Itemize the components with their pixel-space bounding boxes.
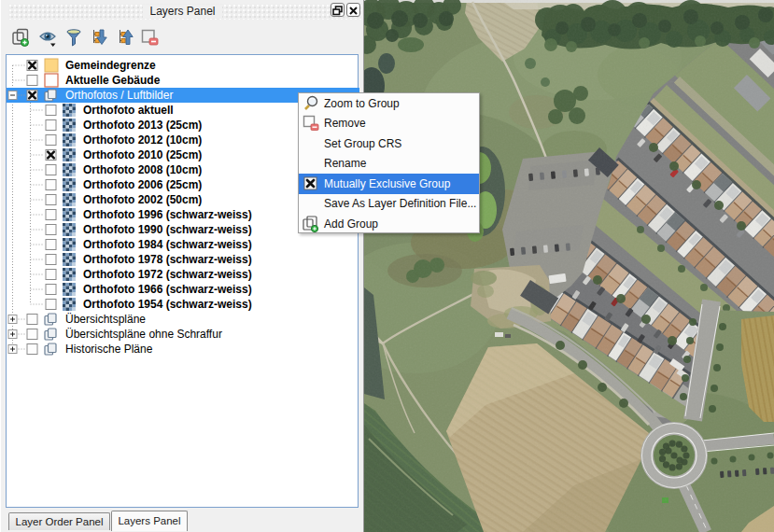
svg-text:Orthofoto 2013 (25cm): Orthofoto 2013 (25cm) bbox=[83, 119, 202, 132]
svg-text:Übersichtspläne ohne Schraffur: Übersichtspläne ohne Schraffur bbox=[65, 328, 222, 341]
svg-text:Orthofotos / Luftbilder: Orthofotos / Luftbilder bbox=[65, 89, 173, 102]
svg-text:Orthofoto aktuell: Orthofoto aktuell bbox=[83, 104, 174, 117]
svg-text:Aktuelle Gebäude: Aktuelle Gebäude bbox=[65, 74, 161, 87]
svg-text:Orthofoto 2012 (10cm): Orthofoto 2012 (10cm) bbox=[83, 133, 202, 147]
svg-text:Orthofoto 2002 (50cm): Orthofoto 2002 (50cm) bbox=[83, 193, 202, 206]
svg-text:Orthofoto 1954 (schwarz-weiss): Orthofoto 1954 (schwarz-weiss) bbox=[83, 298, 252, 311]
svg-text:Historische Pläne: Historische Pläne bbox=[65, 343, 153, 356]
svg-text:Gemeindegrenze: Gemeindegrenze bbox=[65, 59, 156, 72]
svg-text:Übersichtspläne: Übersichtspläne bbox=[65, 313, 146, 326]
svg-text:Orthofoto 2008 (10cm): Orthofoto 2008 (10cm) bbox=[83, 163, 202, 176]
svg-text:Orthofoto 1984 (schwarz-weiss): Orthofoto 1984 (schwarz-weiss) bbox=[83, 238, 252, 251]
svg-text:Orthofoto 1966 (schwarz-weiss): Orthofoto 1966 (schwarz-weiss) bbox=[83, 283, 252, 296]
svg-text:Orthofoto 2006 (25cm): Orthofoto 2006 (25cm) bbox=[83, 178, 202, 191]
svg-text:Orthofoto 1978 (schwarz-weiss): Orthofoto 1978 (schwarz-weiss) bbox=[83, 253, 252, 266]
svg-text:Orthofoto 1990 (schwarz-weiss): Orthofoto 1990 (schwarz-weiss) bbox=[83, 223, 252, 236]
svg-text:Orthofoto 1972 (schwarz-weiss): Orthofoto 1972 (schwarz-weiss) bbox=[83, 268, 252, 281]
svg-text:Orthofoto 2010 (25cm): Orthofoto 2010 (25cm) bbox=[83, 148, 202, 161]
svg-text:Orthofoto 1996 (schwarz-weiss): Orthofoto 1996 (schwarz-weiss) bbox=[83, 208, 252, 221]
